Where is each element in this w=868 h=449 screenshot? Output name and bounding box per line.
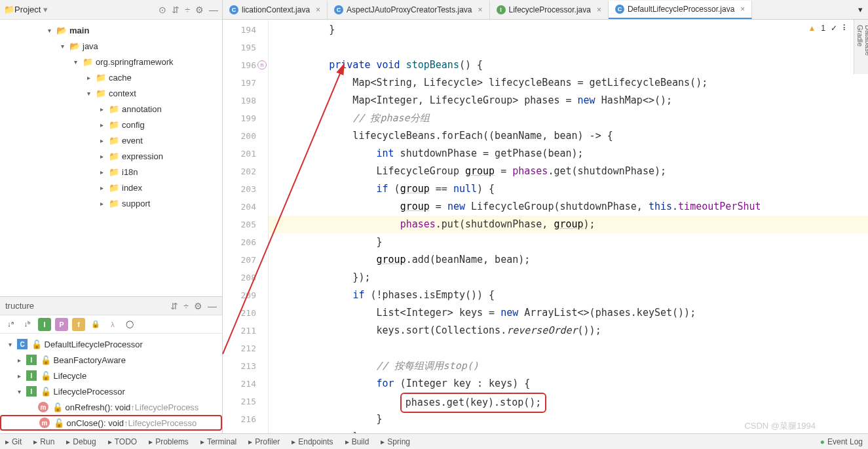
collapse-icon[interactable]: ÷: [185, 5, 190, 15]
bottom-tool-terminal[interactable]: ▸Terminal: [200, 437, 236, 446]
tree-item[interactable]: ▾📂java: [0, 38, 222, 54]
close-icon[interactable]: ×: [316, 5, 320, 14]
collapse-struct-icon[interactable]: ÷: [183, 301, 189, 311]
bottom-tool-spring[interactable]: ▸Spring: [381, 437, 410, 446]
struct-item[interactable]: ▾C🔓 DefaultLifecycleProcessor: [0, 336, 222, 352]
struct-settings-icon[interactable]: ⚙: [194, 301, 202, 311]
editor-tab[interactable]: CAspectJAutoProxyCreatorTests.java×: [328, 1, 489, 19]
expand-struct-icon[interactable]: ⇵: [170, 301, 178, 311]
more-icon[interactable]: ⠇: [842, 24, 848, 33]
gradle-tab[interactable]: Gradle: [856, 25, 864, 56]
tree-item[interactable]: ▾📂main: [0, 22, 222, 38]
struct-item[interactable]: ▾I🔓 LifecycleProcessor: [0, 383, 222, 399]
bottom-tool-endpoints[interactable]: ▸Endpoints: [292, 437, 333, 446]
tree-item[interactable]: ▸📁expression: [0, 148, 222, 164]
expand-icon[interactable]: ⇵: [172, 5, 179, 15]
structure-title: tructure: [5, 301, 34, 311]
hide-icon[interactable]: —: [209, 5, 218, 15]
filter-field-icon[interactable]: f: [72, 318, 85, 331]
settings-icon[interactable]: ⚙: [195, 5, 204, 15]
tree-item[interactable]: ▸📁index: [0, 180, 222, 195]
project-tree[interactable]: ▾📂main▾📂java▾📁org.springframework▸📁cache…: [0, 20, 222, 296]
filter-interface-icon[interactable]: I: [38, 318, 51, 331]
close-icon[interactable]: ×: [478, 5, 483, 14]
code-area[interactable]: } private void stopBeans() { Map<String,…: [269, 20, 868, 449]
tree-item[interactable]: ▸📁config: [0, 117, 222, 132]
event-log[interactable]: ●Event Log: [820, 437, 863, 446]
tree-item[interactable]: ▸📁support: [0, 195, 222, 211]
editor-tab[interactable]: ILifecycleProcessor.java×: [490, 1, 609, 19]
sort-icon[interactable]: ↓ᵃ: [4, 318, 17, 331]
bottom-tool-git[interactable]: ▸Git: [5, 437, 22, 446]
tree-item[interactable]: ▸📁event: [0, 132, 222, 148]
bottom-tool-debug[interactable]: ▸Debug: [66, 437, 96, 446]
bottom-tool-problems[interactable]: ▸Problems: [149, 437, 189, 446]
filter-property-icon[interactable]: P: [55, 318, 68, 331]
close-icon[interactable]: ×: [597, 5, 601, 14]
struct-item[interactable]: ▸I🔓 BeanFactoryAware: [0, 352, 222, 368]
close-icon[interactable]: ×: [740, 5, 745, 14]
struct-item[interactable]: ▸I🔓 Lifecycle: [0, 368, 222, 383]
lock-icon[interactable]: 🔒: [89, 318, 102, 331]
structure-tree[interactable]: ▾C🔓 DefaultLifecycleProcessor▸I🔓 BeanFac…: [0, 334, 222, 449]
struct-item[interactable]: m🔓 onClose(): void ↑LifecycleProcesso: [0, 415, 222, 431]
bottom-tool-run[interactable]: ▸Run: [33, 437, 54, 446]
warning-count: 1: [821, 24, 825, 33]
struct-hide-icon[interactable]: —: [208, 301, 217, 311]
watermark: CSDN @菜腿1994: [744, 420, 816, 432]
tabs-overflow-icon[interactable]: ▾: [853, 5, 868, 14]
right-tool-tabs: Gradle Database: [854, 20, 868, 74]
code-editor[interactable]: 194195196m197198199200201202203204205206…: [223, 20, 868, 449]
tree-item[interactable]: ▸📁cache: [0, 69, 222, 85]
anon-icon[interactable]: ◯: [123, 318, 136, 331]
checkmark-icon[interactable]: ✓: [831, 24, 837, 33]
editor-status: ▲ 1 ✓ ⠇: [808, 24, 848, 33]
tree-item[interactable]: ▸📁annotation: [0, 101, 222, 117]
structure-toolbar: ↓ᵃ ↓ᵇ I P f 🔒 λ ◯: [0, 315, 222, 334]
tree-item[interactable]: ▾📁org.springframework: [0, 54, 222, 69]
bottom-tool-profiler[interactable]: ▸Profiler: [248, 437, 280, 446]
project-title: Project: [14, 5, 41, 14]
project-icon: 📁: [4, 5, 14, 14]
bottom-tool-build[interactable]: ▸Build: [345, 437, 369, 446]
bottom-tool-todo[interactable]: ▸TODO: [108, 437, 137, 446]
editor-tabs: ClicationContext.java×CAspectJAutoProxyC…: [223, 0, 868, 20]
sort2-icon[interactable]: ↓ᵇ: [21, 318, 34, 331]
gutter[interactable]: 194195196m197198199200201202203204205206…: [223, 20, 269, 449]
structure-header[interactable]: tructure ⇵ ÷ ⚙ —: [0, 297, 222, 315]
struct-item[interactable]: m🔓 onRefresh(): void ↑LifecycleProcess: [0, 399, 222, 415]
tree-item[interactable]: ▸📁i18n: [0, 164, 222, 180]
tree-item[interactable]: ▾📁context: [0, 85, 222, 101]
project-tool-header[interactable]: 📁 Project ▾ ⊙ ⇵ ÷ ⚙ —: [0, 0, 222, 20]
bottom-toolbar: ▸Git▸Run▸Debug▸TODO▸Problems▸Terminal▸Pr…: [0, 433, 868, 449]
editor-tab[interactable]: ClicationContext.java×: [223, 1, 328, 19]
select-file-icon[interactable]: ⊙: [159, 5, 166, 15]
warning-icon[interactable]: ▲: [808, 24, 816, 33]
database-tab[interactable]: Database: [864, 25, 868, 56]
editor-tab[interactable]: CDefaultLifecycleProcessor.java×: [609, 1, 752, 19]
lambda-icon[interactable]: λ: [106, 318, 119, 331]
